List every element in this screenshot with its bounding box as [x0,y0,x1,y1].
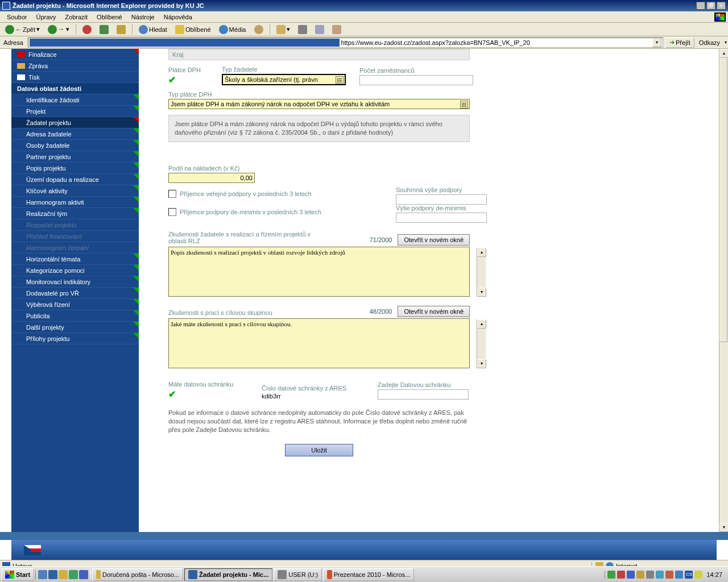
ql-excel-icon[interactable] [69,570,78,579]
menu-zobrazit[interactable]: Zobrazit [60,13,92,22]
pocet-zam-label: Počet zaměstnanců [359,67,473,74]
home-button[interactable] [114,24,129,35]
calendar-icon[interactable] [460,101,468,109]
chk-deminimis[interactable]: Příjemce podpory de-minimis v posledních… [168,208,384,216]
calendar-icon[interactable] [336,76,344,84]
vyse-input[interactable] [396,213,487,223]
menu-soubor[interactable]: Soubor [2,13,31,22]
zkus2-open-button[interactable]: Otevřít v novém okně [398,306,470,317]
sidebar-item-15[interactable]: Kategorizace pomoci [11,265,139,276]
history-button[interactable] [251,24,266,35]
sidebar-item-2[interactable]: Žadatel projektu [11,117,139,128]
tray-icon[interactable] [675,571,683,579]
zkus1-textarea[interactable] [168,247,470,297]
podil-input[interactable]: 0,00 [168,173,255,183]
sidebar-item-9[interactable]: Harmonogram aktivit [11,197,139,208]
task-ie[interactable]: Žadatel projektu - Mic... [184,568,272,581]
toolbar: ← Zpět ▾ → ▾ Hledat Oblíbené Média ▾ [0,23,728,36]
pocet-zam-input[interactable] [359,75,473,85]
favorites-button[interactable]: Oblíbené [172,24,214,35]
tray-icon[interactable] [607,571,615,579]
sidebar-item-20[interactable]: Další projekty [11,322,139,333]
refresh-button[interactable] [97,24,111,35]
menu-oblibene[interactable]: Oblíbené [92,13,127,22]
stop-button[interactable] [80,24,94,35]
discuss-button[interactable] [329,24,344,35]
address-dropdown[interactable]: ▾ [652,38,661,47]
system-tray: CS 14:27 [605,571,727,579]
sidebar-item-10[interactable]: Realizační tým [11,208,139,219]
main-form: Kraj Plátce DPH ✔ Typ žadatele Školy a š… [139,49,717,532]
lang-cs-icon[interactable]: CS [685,571,693,579]
tray-icon[interactable] [636,571,644,579]
links-label[interactable]: Odkazy [697,39,722,46]
sidebar-item-0[interactable]: Identifikace žádosti [11,94,139,106]
souhrnna-input[interactable] [396,194,487,205]
sidebar-item-8[interactable]: Klíčové aktivity [11,185,139,197]
mail-button[interactable]: ▾ [274,24,293,35]
sidebar-item-16[interactable]: Monitorovací indikátory [11,276,139,288]
task-outlook[interactable]: Doručená pošta - Microso... [92,568,183,581]
edit-button[interactable] [312,24,327,35]
tray-icon[interactable] [694,571,702,579]
menu-nastroje[interactable]: Nástroje [127,13,159,22]
sidebar-top-tisk[interactable]: Tisk [11,72,139,83]
task-powerpoint[interactable]: Prezentace 2010 - Micros... [323,568,414,581]
sidebar-top-zprava[interactable]: Zpráva [11,60,139,72]
ql-outlook-icon[interactable] [59,570,68,579]
media-button[interactable]: Média [216,24,249,35]
sidebar-item-17[interactable]: Dodavatelé pro VŘ [11,288,139,299]
sidebar-item-21[interactable]: Přílohy projektu [11,333,139,344]
close-button[interactable]: × [717,2,726,10]
platce-dph-label: Plátce DPH [168,66,208,73]
windows-icon [5,571,14,579]
tray-icon[interactable] [617,571,625,579]
sidebar-item-1[interactable]: Projekt [11,106,139,117]
back-button[interactable]: ← Zpět ▾ [2,24,43,35]
sidebar-item-19[interactable]: Publicita [11,310,139,322]
sidebar-item-6[interactable]: Popis projektu [11,163,139,174]
zkus2-textarea[interactable] [168,318,470,368]
typ-zadatele-input[interactable]: Školy a školská zařízení (tj. právn [222,74,346,85]
ds3-input[interactable] [378,389,469,400]
go-button[interactable]: ➜Přejít [665,38,694,48]
podil-label: Podíl na nákladech (v Kč) [168,165,487,172]
textarea-scrollbar[interactable]: ▴▾ [477,319,486,368]
tray-icon[interactable] [665,571,673,579]
address-input[interactable]: https://www.eu-zadost.cz/zadost.aspx?zal… [28,38,663,48]
sidebar-item-4[interactable]: Osoby žadatele [11,140,139,151]
save-button[interactable]: Uložit [285,444,353,456]
windows-logo-icon [714,13,726,22]
sidebar-item-5[interactable]: Partner projektu [11,151,139,163]
tray-icon[interactable] [646,571,654,579]
typ-platce-input[interactable]: Jsem plátce DPH a mám zákonný nárok na o… [168,99,470,109]
clock[interactable]: 14:27 [704,571,725,578]
tray-icon[interactable] [656,571,664,579]
sidebar-top-finalizace[interactable]: Finalizace [11,49,139,60]
task-explorer[interactable]: USER (U:) [274,568,322,581]
ql-word-icon[interactable] [79,570,88,579]
restore-button[interactable]: 🗗 [706,2,715,10]
menubar: Soubor Úpravy Zobrazit Oblíbené Nástroje… [0,11,728,23]
minimize-button[interactable]: _ [696,2,705,10]
menu-napoveda[interactable]: Nápověda [159,13,197,22]
chk-verejna-podpora[interactable]: Příjemce veřejné podpory v posledních 3 … [168,190,384,198]
ql-ie-icon[interactable] [48,570,57,579]
sidebar-item-3[interactable]: Adresa žadatele [11,128,139,140]
zkus1-open-button[interactable]: Otevřít v novém okně [398,234,470,246]
start-button[interactable]: Start [1,568,34,581]
vyse-label: Výše podpory de-minimis [396,205,487,211]
sidebar-item-7[interactable]: Území dopadu a realizace [11,174,139,185]
dph-info-box: Jsem plátce DPH a mám zákonný nárok na o… [168,115,470,142]
tray-icon[interactable] [627,571,635,579]
forward-button[interactable]: → ▾ [45,24,72,35]
menu-upravy[interactable]: Úpravy [31,13,60,22]
sidebar-item-14[interactable]: Horizontální témata [11,253,139,265]
textarea-scrollbar[interactable]: ▴▾ [477,248,486,297]
print-button[interactable] [295,24,310,35]
page-scrollbar[interactable]: ▴ ▾ [719,49,728,532]
search-button[interactable]: Hledat [136,24,170,35]
sidebar-item-13: Harmonogram čerpání [11,242,139,253]
ql-desktop-icon[interactable] [38,570,47,579]
sidebar-item-18[interactable]: Výběrová řízení [11,299,139,310]
